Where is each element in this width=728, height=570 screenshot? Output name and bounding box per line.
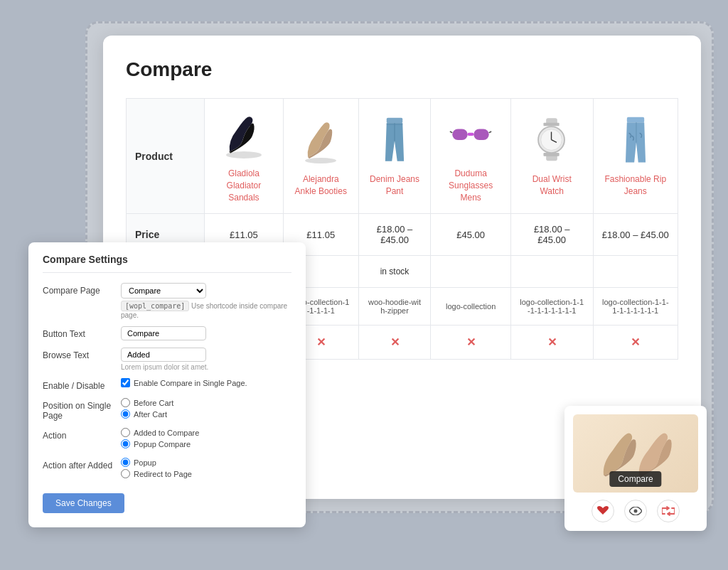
svg-line-10 <box>489 131 491 133</box>
settings-enable-row: Enable / Disable Enable Compare in Singl… <box>43 378 291 391</box>
action-control: Added to Compare Popup Compare <box>121 428 291 451</box>
button-text-input[interactable] <box>121 326 206 340</box>
save-changes-button[interactable]: Save Changes <box>43 493 124 513</box>
wishlist-button[interactable] <box>592 500 614 522</box>
settings-panel: Compare Settings Compare Page Compare [w… <box>28 242 306 527</box>
price-5: £18.00 – £45.00 <box>510 214 593 256</box>
compare-page-label: Compare Page <box>43 283 121 296</box>
action-label: Action <box>43 428 121 441</box>
after-popup-text: Popup <box>134 458 156 467</box>
position-label: Position on Single Page <box>43 398 121 421</box>
settings-browse-text-row: Browse Text Lorem ipsum dolor sit amet. <box>43 348 291 371</box>
avail-5 <box>510 256 593 288</box>
action-added-text: Added to Compare <box>134 429 199 437</box>
settings-position-row: Position on Single Page Before Cart Afte… <box>43 398 291 421</box>
position-after-label[interactable]: After Cart <box>121 409 291 419</box>
product-overlay-card: Compare <box>564 406 707 531</box>
settings-title: Compare Settings <box>43 254 291 273</box>
product-name-5: Dual Wrist Watch <box>520 173 584 198</box>
sku-4: logo-collection <box>431 288 510 326</box>
avail-4 <box>431 256 510 288</box>
price-6: £18.00 – £45.00 <box>593 214 678 256</box>
feature-4: ✕ <box>431 326 510 360</box>
position-after-radio[interactable] <box>121 409 130 419</box>
button-text-control <box>121 326 291 340</box>
settings-after-row: Action after Added Popup Redirect to Pag… <box>43 458 291 480</box>
action-added-label[interactable]: Added to Compare <box>121 428 291 437</box>
action-popup-text: Popup Compare <box>134 440 191 448</box>
avail-6 <box>593 256 678 288</box>
enable-checkbox-label[interactable]: Enable Compare in Single Page. <box>121 378 291 387</box>
svg-rect-19 <box>627 117 644 123</box>
product-name-3: Denim Jeans Pant <box>368 173 422 198</box>
svg-rect-8 <box>468 133 474 136</box>
button-text-label: Button Text <box>43 326 121 339</box>
quick-view-button[interactable] <box>624 500 647 522</box>
avail-3: in stock <box>358 256 431 288</box>
browse-text-label: Browse Text <box>43 348 121 360</box>
feature-6: ✕ <box>593 326 678 360</box>
shortcode-box: [wopl_compare] <box>121 301 189 311</box>
compare-button[interactable] <box>657 500 680 522</box>
after-popup-label[interactable]: Popup <box>121 458 291 467</box>
settings-compare-page-row: Compare Page Compare [wopl_compare] Use … <box>43 283 291 319</box>
enable-checkbox-text: Enable Compare in Single Page. <box>134 379 247 387</box>
position-before-text: Before Cart <box>134 399 173 407</box>
after-redirect-radio[interactable] <box>121 469 130 478</box>
product-img-1 <box>223 109 265 162</box>
svg-line-9 <box>450 131 452 133</box>
product-col-label: Product <box>127 99 205 214</box>
after-redirect-label[interactable]: Redirect to Page <box>121 469 291 478</box>
enable-control: Enable Compare in Single Page. <box>121 378 291 389</box>
product-col-4: Duduma Sunglasses Mens <box>431 99 510 214</box>
svg-point-21 <box>634 510 638 513</box>
after-popup-radio[interactable] <box>121 458 130 467</box>
product-name-6: Fashionable Rip Jeans <box>602 173 669 198</box>
svg-rect-7 <box>473 129 488 140</box>
feature-3: ✕ <box>358 326 431 360</box>
settings-action-row: Action Added to Compare Popup Compare <box>43 428 291 451</box>
action-popup-radio[interactable] <box>121 439 130 448</box>
product-img-5 <box>530 114 573 168</box>
overlay-actions <box>573 500 698 522</box>
eye-icon <box>629 507 642 515</box>
heart-icon <box>597 506 609 516</box>
product-col-3: Denim Jeans Pant <box>358 99 431 214</box>
product-name-4: Duduma Sunglasses Mens <box>439 168 501 203</box>
action-popup-label[interactable]: Popup Compare <box>121 439 291 448</box>
sku-6: logo-collection-1-1-1-1-1-1-1-1-1 <box>593 288 678 326</box>
browse-text-input[interactable] <box>121 348 206 362</box>
product-img-2 <box>299 114 342 168</box>
product-col-1: Gladiola Gladiator Sandals <box>205 99 284 214</box>
svg-point-2 <box>305 158 336 163</box>
svg-rect-17 <box>544 123 560 127</box>
enable-label: Enable / Disable <box>43 378 121 391</box>
product-col-6: Fashionable Rip Jeans <box>593 99 678 214</box>
svg-rect-5 <box>387 124 403 126</box>
position-before-label[interactable]: Before Cart <box>121 398 291 407</box>
svg-rect-18 <box>544 154 560 157</box>
after-redirect-text: Redirect to Page <box>134 470 192 478</box>
product-img-3 <box>373 114 416 168</box>
compare-page-control: Compare [wopl_compare] Use shortcode ins… <box>121 283 291 319</box>
shuffle-icon <box>662 506 675 516</box>
page-title: Compare <box>126 58 678 81</box>
compare-page-select[interactable]: Compare <box>121 283 206 299</box>
position-before-radio[interactable] <box>121 398 130 407</box>
sku-3: woo-hoodie-with-zipper <box>358 288 431 326</box>
svg-line-1 <box>230 151 231 153</box>
overlay-image-area: Compare <box>573 414 698 493</box>
product-col-2: Alejandra Ankle Booties <box>283 99 358 214</box>
feature-5: ✕ <box>510 326 593 360</box>
after-control: Popup Redirect to Page <box>121 458 291 480</box>
browse-text-control: Lorem ipsum dolor sit amet. <box>121 348 291 371</box>
position-after-text: After Cart <box>134 410 167 419</box>
product-name-1: Gladiola Gladiator Sandals <box>213 168 274 203</box>
enable-checkbox[interactable] <box>121 378 130 387</box>
price-3: £18.00 – £45.00 <box>358 214 431 256</box>
settings-button-text-row: Button Text <box>43 326 291 340</box>
sku-5: logo-collection-1-1-1-1-1-1-1-1-1 <box>510 288 593 326</box>
product-img-6 <box>614 114 657 168</box>
action-added-radio[interactable] <box>121 428 130 437</box>
after-label: Action after Added <box>43 458 121 470</box>
